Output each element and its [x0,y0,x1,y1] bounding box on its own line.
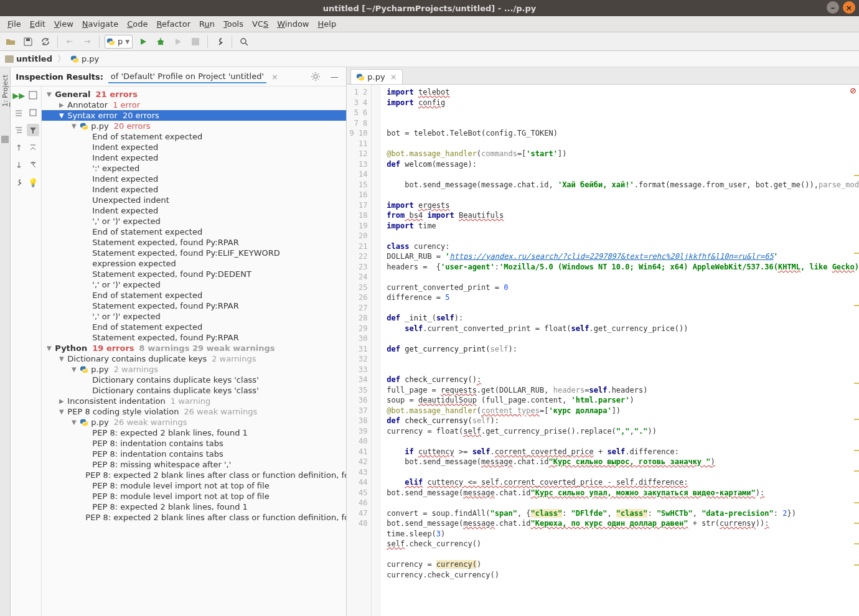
fold-gutter[interactable] [372,85,380,616]
tree-item[interactable]: PEP 8: expected 2 blank lines, found 1 [42,502,346,512]
python-file-icon [356,73,365,82]
svg-rect-5 [29,91,37,99]
menu-vcs[interactable]: VCS [248,18,272,30]
tree-item[interactable]: Statement expected, found Py:RPAR [42,332,346,343]
run-config-dropdown[interactable]: p ▼ [105,35,133,49]
tree-item[interactable]: Statement expected, found Py:RPAR [42,301,346,311]
quickfix-button[interactable]: 💡 [27,176,39,189]
breadcrumb-file[interactable]: p.py [68,53,101,65]
tree-item[interactable]: Indent expected [42,184,346,195]
code-editor[interactable]: import telebot import config bot = teleb… [380,85,859,616]
tree-item[interactable]: End of statement expected [42,290,346,301]
project-toolwindow-tab[interactable]: 1: Project [1,71,9,111]
inspection-tree[interactable]: ▼General21 errors▶Annotator1 error▼Synta… [42,86,346,616]
tree-item[interactable]: Dictionary contains duplicate keys 'clas… [42,385,346,396]
hide-panel-button[interactable]: — [327,70,341,83]
python-file-icon [70,55,79,63]
main-toolbar: ← → p ▼ [0,32,859,51]
nav-forward-button[interactable]: → [80,35,94,49]
tree-item[interactable]: ',' or ')' expected [42,311,346,322]
sync-button[interactable] [39,35,52,49]
run-button[interactable] [136,35,150,49]
menu-edit[interactable]: Edit [26,18,49,30]
tree-file-syntax[interactable]: ▼p.py20 errors [42,121,346,131]
tree-item[interactable]: End of statement expected [42,322,346,332]
menu-tools[interactable]: Tools [220,18,247,30]
close-tab-icon[interactable]: × [390,72,397,82]
stop-button[interactable] [189,35,202,49]
menu-refactor[interactable]: Refactor [153,18,194,30]
structure-toolwindow-tab[interactable] [1,136,9,143]
export-button[interactable] [27,159,39,171]
breadcrumb-project[interactable]: untitled [2,53,55,65]
tree-item[interactable]: PEP 8: expected 2 blank lines, found 1 [42,427,346,438]
tree-item[interactable]: Dictionary contains duplicate keys 'clas… [42,375,346,385]
menu-run[interactable]: Run [195,18,218,30]
close-inspection-button[interactable] [27,89,39,101]
tree-group-duplicate-keys[interactable]: ▼Dictionary contains duplicate keys2 war… [42,353,346,364]
breadcrumb-bar: untitled 〉 p.py [0,51,859,67]
tree-item[interactable]: End of statement expected [42,131,346,142]
rerun-inspection-button[interactable]: ▶▶ [12,89,25,101]
error-stripe[interactable] [854,97,859,616]
editor-tab-file[interactable]: p.py × [350,69,402,84]
tree-item[interactable]: PEP 8: module level import not at top of… [42,491,346,502]
tree-item[interactable]: End of statement expected [42,226,346,237]
error-indicator-icon[interactable]: ⊘ [850,86,857,95]
tree-file-pep8[interactable]: ▼p.py26 weak warnings [42,417,346,427]
tree-item[interactable]: Statement expected, found Py:ELIF_KEYWOR… [42,248,346,258]
tree-item[interactable]: Indent expected [42,152,346,163]
tree-file-dup[interactable]: ▼p.py2 warnings [42,364,346,375]
chevron-down-icon: ▼ [125,39,129,45]
tree-item[interactable]: ',' or ')' expected [42,216,346,226]
settings-button[interactable] [12,176,25,189]
tree-group-inconsistent-indent[interactable]: ▶Inconsistent indentation1 warning [42,396,346,406]
tree-item[interactable]: Indent expected [42,174,346,184]
menu-window[interactable]: Window [273,18,312,30]
expand-all-button[interactable] [12,106,25,119]
menu-code[interactable]: Code [123,18,151,30]
menu-help[interactable]: Help [314,18,340,30]
tree-group-general[interactable]: ▼General21 errors [42,89,346,100]
menu-file[interactable]: File [4,18,25,30]
tree-item[interactable]: Indent expected [42,205,346,216]
line-number-gutter[interactable]: 1 2 3 4 5 6 7 8 9 10 11 12 13 14 15 16 1… [347,85,372,616]
tree-item[interactable]: ',' or ')' expected [42,279,346,290]
tree-group-annotator[interactable]: ▶Annotator1 error [42,100,346,110]
tree-group-python[interactable]: ▼Python19 errors8 warnings 29 weak warni… [42,343,346,353]
gear-icon[interactable] [309,70,322,83]
filter-button[interactable] [27,124,39,136]
tree-item[interactable]: Unexpected indent [42,195,346,205]
tree-item[interactable]: PEP 8: expected 2 blank lines after clas… [42,512,346,523]
tree-group-pep8[interactable]: ▼PEP 8 coding style violation26 weak war… [42,406,346,417]
nav-back-button[interactable]: ← [63,35,77,49]
tree-item[interactable]: PEP 8: module level import not at top of… [42,480,346,491]
tree-item[interactable]: PEP 8: indentation contains tabs [42,438,346,449]
menu-navigate[interactable]: Navigate [78,18,122,30]
prev-occurrence-button[interactable]: ↑ [12,141,25,154]
tree-group-syntax-error[interactable]: ▼Syntax error20 errors [42,110,346,121]
project-structure-button[interactable] [213,35,227,49]
window-minimize-button[interactable]: – [827,1,839,14]
open-file-button[interactable] [4,35,17,49]
tree-item[interactable]: PEP 8: indentation contains tabs [42,449,346,459]
run-coverage-button[interactable] [171,35,185,49]
next-occurrence-button[interactable]: ↓ [12,159,25,171]
collapse-all-button[interactable] [27,106,39,119]
save-all-button[interactable] [21,35,35,49]
close-tab-icon[interactable]: × [271,72,278,82]
group-by-button[interactable] [12,124,25,136]
tree-item[interactable]: Statement expected, found Py:RPAR [42,237,346,248]
tree-item[interactable]: ':' expected [42,163,346,174]
menu-view[interactable]: View [50,18,77,30]
tree-item[interactable]: Statement expected, found Py:DEDENT [42,269,346,279]
debug-button[interactable] [154,35,167,49]
tree-item[interactable]: expression expected [42,258,346,269]
tree-item[interactable]: Indent expected [42,142,346,152]
tree-item[interactable]: PEP 8: expected 2 blank lines after clas… [42,470,346,480]
autoscroll-button[interactable] [27,141,39,154]
search-everywhere-button[interactable] [237,35,251,49]
tree-item[interactable]: PEP 8: missing whitespace after ',' [42,459,346,470]
inspection-profile-tab[interactable]: of 'Default' Profile on Project 'untitle… [108,70,266,83]
window-close-button[interactable]: × [843,1,855,14]
